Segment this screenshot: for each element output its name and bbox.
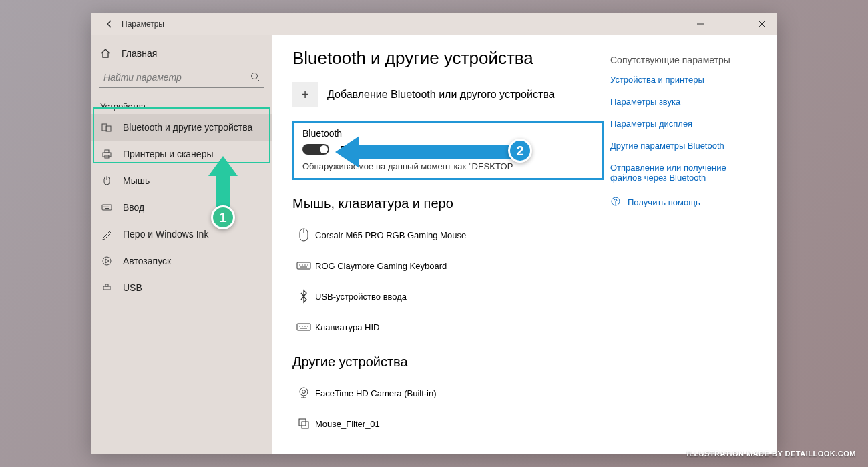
related-link[interactable]: Другие параметры Bluetooth xyxy=(610,141,757,151)
watermark: ILLUSTRATION MADE BY DETAILLOOK.COM xyxy=(687,450,856,458)
related-panel: Сопутствующие параметры Устройства и при… xyxy=(604,48,757,440)
svg-rect-23 xyxy=(297,262,310,269)
search-box[interactable] xyxy=(99,67,264,88)
svg-rect-29 xyxy=(297,324,310,330)
section-heading-other: Другие устройства xyxy=(292,354,604,370)
home-label: Главная xyxy=(122,48,157,59)
plus-icon[interactable]: + xyxy=(292,82,318,107)
printer-icon xyxy=(100,149,114,159)
section-heading-mkp: Мышь, клавиатура и перо xyxy=(292,196,604,211)
sidebar-item-mouse[interactable]: Мышь xyxy=(91,167,272,194)
search-input[interactable] xyxy=(103,72,250,83)
svg-rect-19 xyxy=(103,286,110,290)
discoverable-text: Обнаруживаемое на данный момент как "DES… xyxy=(302,161,594,171)
titlebar: Параметры xyxy=(91,13,777,35)
bluetooth-highlight-block: Bluetooth Вкл. Обнаруживаемое на данный … xyxy=(292,121,604,180)
sidebar-item-printers[interactable]: Принтеры и сканеры xyxy=(91,141,272,167)
related-link[interactable]: Отправление или получение файлов через B… xyxy=(610,163,757,183)
annotation-step-1: 1 xyxy=(211,205,235,229)
get-help-link[interactable]: Получить помощь xyxy=(610,196,757,209)
device-row[interactable]: Клавиатура HID xyxy=(292,312,604,342)
svg-point-30 xyxy=(299,326,300,326)
maximize-button[interactable] xyxy=(716,13,746,35)
search-icon xyxy=(250,72,260,83)
svg-rect-37 xyxy=(299,419,306,426)
svg-point-25 xyxy=(302,264,302,265)
sidebar-item-label: USB xyxy=(123,282,142,293)
sidebar-item-autoplay[interactable]: Автозапуск xyxy=(91,248,272,274)
sidebar-item-label: Перо и Windows Ink xyxy=(123,229,208,240)
sidebar-item-label: Bluetooth и другие устройства xyxy=(123,122,252,133)
svg-point-26 xyxy=(304,264,305,265)
sidebar: Главная Устройства Bluetooth и другие ус… xyxy=(91,35,272,454)
device-label: ROG Claymore Gaming Keyboard xyxy=(315,261,447,271)
mouse-icon xyxy=(292,227,315,242)
device-label: Mouse_Filter_01 xyxy=(315,419,380,429)
related-link[interactable]: Параметры звука xyxy=(610,97,757,107)
svg-point-16 xyxy=(107,206,108,207)
bluetooth-label: Bluetooth xyxy=(302,128,594,139)
annotation-step-2: 2 xyxy=(508,139,532,163)
keyboard-icon xyxy=(292,322,315,332)
device-label: FaceTime HD Camera (Built-in) xyxy=(315,388,437,398)
sidebar-item-label: Автозапуск xyxy=(123,256,171,266)
sidebar-item-label: Мышь xyxy=(123,175,150,186)
svg-point-32 xyxy=(304,326,305,326)
sidebar-item-typing[interactable]: Ввод xyxy=(91,194,272,221)
related-link[interactable]: Параметры дисплея xyxy=(610,119,757,129)
back-button[interactable] xyxy=(97,19,122,29)
device-label: Corsair M65 PRO RGB Gaming Mouse xyxy=(315,230,466,240)
svg-point-18 xyxy=(103,257,111,265)
sidebar-item-label: Ввод xyxy=(123,202,144,213)
svg-point-14 xyxy=(103,206,104,207)
close-button[interactable] xyxy=(746,13,777,35)
add-device-row[interactable]: + Добавление Bluetooth или другого устро… xyxy=(292,82,604,107)
svg-rect-13 xyxy=(102,205,112,210)
keyboard-icon xyxy=(100,202,114,213)
svg-point-15 xyxy=(105,206,106,207)
bluetooth-toggle-state: Вкл. xyxy=(340,144,359,155)
add-device-label: Добавление Bluetooth или другого устройс… xyxy=(327,89,555,101)
usb-icon xyxy=(100,282,114,293)
home-nav[interactable]: Главная xyxy=(91,40,272,67)
keyboard-icon xyxy=(292,260,315,271)
svg-rect-20 xyxy=(105,284,108,286)
device-row[interactable]: USB-устройство ввода xyxy=(292,281,604,312)
bluetooth-toggle[interactable] xyxy=(302,144,329,155)
svg-point-40 xyxy=(615,203,616,205)
device-label: Клавиатура HID xyxy=(315,322,379,332)
camera-icon xyxy=(292,386,315,400)
main-panel: Bluetooth и другие устройства + Добавлен… xyxy=(272,35,777,454)
settings-window: Параметры Главная Устройства Bluetooth и xyxy=(91,13,777,454)
device-label: USB-устройство ввода xyxy=(315,292,407,302)
mouse-icon xyxy=(100,175,114,186)
svg-rect-9 xyxy=(105,150,109,153)
svg-point-33 xyxy=(307,326,308,326)
svg-rect-8 xyxy=(103,153,111,157)
svg-rect-38 xyxy=(302,422,308,428)
sidebar-item-bluetooth[interactable]: Bluetooth и другие устройства xyxy=(91,114,272,141)
sidebar-item-pen[interactable]: Перо и Windows Ink xyxy=(91,221,272,248)
related-heading: Сопутствующие параметры xyxy=(610,55,757,65)
svg-point-24 xyxy=(299,264,300,265)
page-heading: Bluetooth и другие устройства xyxy=(292,48,604,69)
category-heading: Устройства xyxy=(91,93,272,114)
device-row[interactable]: Corsair M65 PRO RGB Gaming Mouse xyxy=(292,219,604,250)
device-row[interactable]: ROG Claymore Gaming Keyboard xyxy=(292,250,604,281)
minimize-button[interactable] xyxy=(685,13,716,35)
bluetooth-devices-icon xyxy=(100,122,114,133)
device-row[interactable]: FaceTime HD Camera (Built-in) xyxy=(292,378,604,408)
svg-point-4 xyxy=(252,73,258,79)
related-link[interactable]: Устройства и принтеры xyxy=(610,75,757,85)
help-label: Получить помощь xyxy=(628,197,700,207)
pen-icon xyxy=(100,229,114,240)
generic-device-icon xyxy=(292,417,315,430)
sidebar-item-usb[interactable]: USB xyxy=(91,274,272,301)
home-icon xyxy=(99,48,112,59)
help-icon xyxy=(610,196,621,209)
svg-point-35 xyxy=(300,388,308,396)
device-row[interactable]: Mouse_Filter_01 xyxy=(292,408,604,439)
svg-rect-1 xyxy=(728,21,734,27)
svg-point-36 xyxy=(302,390,306,394)
svg-line-5 xyxy=(257,78,260,81)
